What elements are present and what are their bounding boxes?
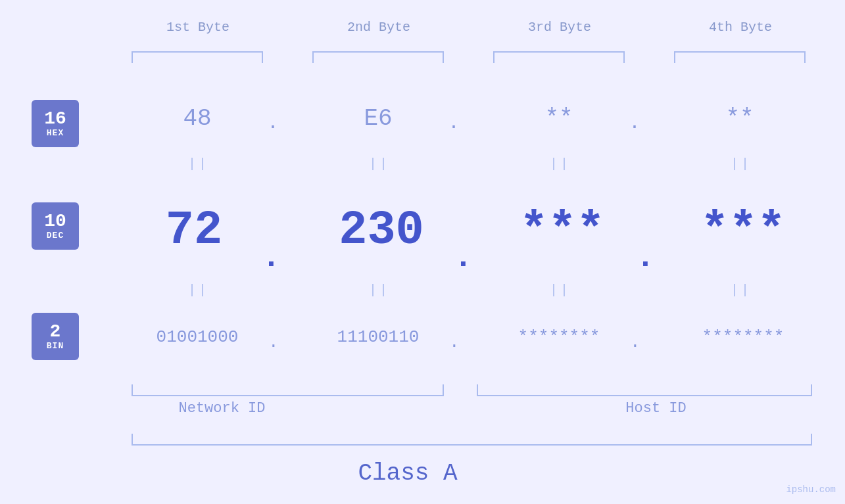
dot-hex-2: . (448, 112, 460, 134)
dec-badge: 10 DEC (32, 202, 79, 250)
eq-hex-dec-2: || (360, 156, 399, 172)
hex-badge-label: HEX (47, 128, 64, 138)
network-id-bracket (132, 384, 444, 396)
hex-val-2: E6 (326, 105, 431, 132)
bracket-top-col4 (674, 51, 806, 63)
network-id-label: Network ID (132, 400, 312, 417)
dot-bin-3: . (630, 332, 640, 352)
bin-val-2: 11100110 (312, 327, 444, 347)
bracket-top-col3 (493, 51, 625, 63)
eq-dec-bin-1: || (179, 283, 218, 298)
dot-dec-1: . (262, 240, 281, 275)
host-id-label: Host ID (473, 400, 838, 417)
eq-hex-dec-3: || (541, 156, 580, 172)
eq-hex-dec-1: || (179, 156, 218, 172)
dec-val-4: *** (674, 204, 812, 258)
dot-hex-1: . (267, 112, 279, 134)
bin-val-4: ******** (674, 327, 812, 347)
dec-badge-label: DEC (47, 231, 64, 241)
dot-dec-3: . (636, 240, 655, 275)
dot-hex-3: . (629, 112, 640, 134)
hex-val-3: ** (506, 105, 612, 132)
bin-badge-num: 2 (50, 323, 61, 341)
class-a-label: Class A (0, 460, 815, 487)
dec-val-2: 230 (312, 204, 450, 258)
bin-badge: 2 BIN (32, 313, 79, 360)
hex-val-4: ** (687, 105, 792, 132)
host-id-bracket (477, 384, 812, 396)
eq-hex-dec-4: || (721, 156, 761, 172)
dot-bin-1: . (268, 332, 279, 352)
bracket-top-col2 (312, 51, 444, 63)
class-a-bracket (132, 434, 812, 446)
col2-header: 2nd Byte (310, 20, 448, 35)
dot-dec-2: . (454, 240, 473, 275)
dec-val-3: *** (493, 204, 631, 258)
eq-dec-bin-2: || (360, 283, 399, 298)
bin-val-3: ******** (493, 327, 625, 347)
watermark: ipshu.com (786, 484, 836, 495)
main-container: 1st Byte 2nd Byte 3rd Byte 4th Byte 16 H… (0, 0, 845, 504)
dec-val-1: 72 (132, 204, 256, 258)
col3-header: 3rd Byte (491, 20, 629, 35)
bin-val-1: 01001000 (132, 327, 263, 347)
col4-header: 4th Byte (671, 20, 809, 35)
hex-val-1: 48 (145, 105, 250, 132)
bin-badge-label: BIN (47, 341, 64, 351)
eq-dec-bin-3: || (541, 283, 580, 298)
hex-badge-num: 16 (44, 110, 66, 128)
dec-badge-num: 10 (44, 212, 66, 231)
hex-badge: 16 HEX (32, 100, 79, 147)
bracket-top-col1 (132, 51, 263, 63)
eq-dec-bin-4: || (721, 283, 761, 298)
dot-bin-2: . (449, 332, 460, 352)
col1-header: 1st Byte (129, 20, 267, 35)
